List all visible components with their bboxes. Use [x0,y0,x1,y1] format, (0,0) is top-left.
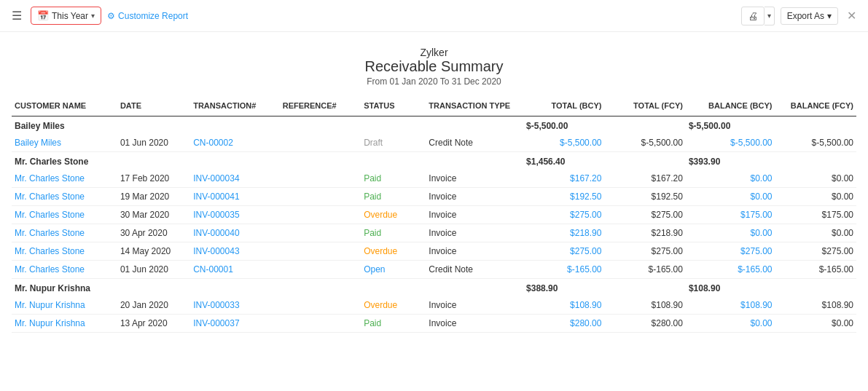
toolbar-right: 🖨 ▾ Export As ▾ ✕ [741,6,859,25]
customer-name[interactable]: Mr. Charles Stone [12,170,117,188]
date: 30 Apr 2020 [117,224,190,242]
status: Overdue [361,242,426,261]
group-header-row: Mr. Nupur Krishna $388.90 $108.90 [12,279,856,297]
group-total-fcy [604,152,685,170]
reference [280,224,361,242]
status: Paid [361,170,426,188]
date: 17 Feb 2020 [117,170,190,188]
group-header-row: Bailey Miles $-5,500.00 $-5,500.00 [12,116,856,135]
transaction-number[interactable]: INV-000041 [190,188,280,206]
transaction-number[interactable]: INV-000040 [190,224,280,242]
chevron-down-icon-export: ▾ [827,11,832,21]
group-total-fcy [604,116,685,135]
balance-bcy: $-5,500.00 [686,134,775,152]
reference [280,296,361,315]
reference [280,206,361,224]
date: 30 Mar 2020 [117,206,190,224]
close-icon: ✕ [847,9,856,22]
transaction-number[interactable]: INV-000035 [190,206,280,224]
group-balance-fcy [775,152,857,170]
group-name: Bailey Miles [12,116,523,135]
calendar-icon: 📅 [37,10,49,21]
balance-fcy: $175.00 [775,206,857,224]
table-row: Mr. Nupur Krishna 20 Jan 2020 INV-000033… [12,296,856,315]
total-bcy: $280.00 [523,315,604,333]
col-transaction-type: TRANSACTION TYPE [426,95,523,116]
transaction-type: Invoice [426,296,523,315]
total-bcy: $192.50 [523,188,604,206]
customer-name[interactable]: Mr. Charles Stone [12,224,117,242]
export-button[interactable]: Export As ▾ [781,7,838,25]
total-fcy: $218.90 [604,224,685,242]
reference [280,134,361,152]
transaction-number[interactable]: INV-000033 [190,296,280,315]
transaction-type: Credit Note [426,134,523,152]
transaction-number[interactable]: INV-000037 [190,315,280,333]
balance-bcy: $275.00 [686,242,775,261]
total-bcy: $167.20 [523,170,604,188]
customer-name[interactable]: Mr. Nupur Krishna [12,315,117,333]
transaction-number[interactable]: INV-000043 [190,242,280,261]
group-balance-bcy: $108.90 [686,279,775,297]
col-total-bcy: TOTAL (BCY) [523,95,604,116]
transaction-number[interactable]: INV-000034 [190,170,280,188]
total-fcy: $275.00 [604,242,685,261]
customer-name[interactable]: Mr. Charles Stone [12,188,117,206]
print-button[interactable]: 🖨 [741,7,765,25]
total-bcy: $-5,500.00 [523,134,604,152]
reference [280,315,361,333]
table-container: CUSTOMER NAME DATE TRANSACTION# REFERENC… [0,95,868,333]
total-fcy: $192.50 [604,188,685,206]
customer-name[interactable]: Mr. Charles Stone [12,242,117,261]
table-row: Mr. Nupur Krishna 13 Apr 2020 INV-000037… [12,315,856,333]
customer-name[interactable]: Bailey Miles [12,134,117,152]
col-date: DATE [117,95,190,116]
table-row: Mr. Charles Stone 30 Mar 2020 INV-000035… [12,206,856,224]
total-bcy: $-165.00 [523,261,604,279]
date-filter-dropdown[interactable]: 📅 This Year ▾ [31,7,101,25]
status: Paid [361,315,426,333]
transaction-number[interactable]: CN-00002 [190,134,280,152]
chevron-down-icon: ▾ [91,12,95,20]
transaction-number[interactable]: CN-00001 [190,261,280,279]
close-button[interactable]: ✕ [844,6,859,25]
menu-button[interactable]: ☰ [9,6,25,25]
print-group: 🖨 ▾ [741,7,775,25]
balance-fcy: $0.00 [775,170,857,188]
toolbar: ☰ 📅 This Year ▾ ⚙ Customize Report 🖨 ▾ E… [0,0,868,32]
total-bcy: $108.90 [523,296,604,315]
status: Overdue [361,296,426,315]
customer-name[interactable]: Mr. Charles Stone [12,206,117,224]
col-status: STATUS [361,95,426,116]
balance-bcy: $108.90 [686,296,775,315]
report-date-range: From 01 Jan 2020 To 31 Dec 2020 [0,76,868,87]
balance-fcy: $108.90 [775,296,857,315]
balance-bcy: $0.00 [686,188,775,206]
total-bcy: $275.00 [523,206,604,224]
col-total-fcy: TOTAL (FCY) [604,95,685,116]
col-balance-fcy: BALANCE (FCY) [775,95,857,116]
customize-report-button[interactable]: ⚙ Customize Report [107,11,188,21]
printer-icon: 🖨 [748,10,758,22]
balance-bcy: $-165.00 [686,261,775,279]
reference [280,261,361,279]
date-filter-label: This Year [52,11,88,21]
col-customer-name: CUSTOMER NAME [12,95,117,116]
status: Paid [361,188,426,206]
print-arrow-button[interactable]: ▾ [765,7,775,25]
col-balance-bcy: BALANCE (BCY) [686,95,775,116]
transaction-type: Invoice [426,206,523,224]
company-name: Zylker [0,47,868,58]
customer-name[interactable]: Mr. Nupur Krishna [12,296,117,315]
export-label: Export As [787,11,824,21]
status: Draft [361,134,426,152]
group-header-row: Mr. Charles Stone $1,456.40 $393.90 [12,152,856,170]
transaction-type: Credit Note [426,261,523,279]
table-row: Bailey Miles 01 Jun 2020 CN-00002 Draft … [12,134,856,152]
total-fcy: $280.00 [604,315,685,333]
group-balance-bcy: $-5,500.00 [686,116,775,135]
total-fcy: $275.00 [604,206,685,224]
customer-name[interactable]: Mr. Charles Stone [12,261,117,279]
group-balance-fcy [775,116,857,135]
transaction-type: Invoice [426,170,523,188]
